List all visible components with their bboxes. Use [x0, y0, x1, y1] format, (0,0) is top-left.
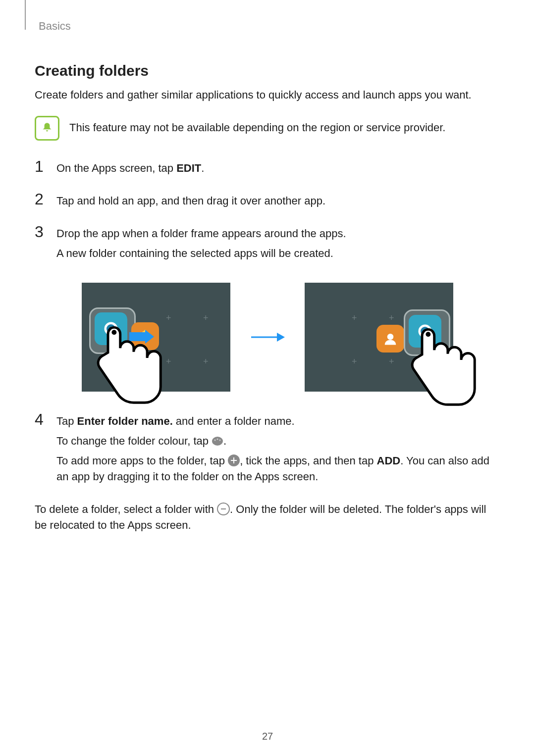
step-3-text-b: A new folder containing the selected app… [56, 246, 500, 261]
step-3: Drop the app when a folder frame appears… [35, 226, 500, 265]
step-1: On the Apps screen, tap EDIT. [35, 160, 500, 180]
grid-placeholder-icon: + [389, 313, 394, 322]
figure-panel-after: + + + + + [305, 283, 453, 392]
svg-point-5 [387, 334, 394, 340]
svg-rect-14 [221, 508, 226, 509]
camera-app-icon [409, 315, 441, 348]
step-4-enter-folder-name: Enter folder name. [77, 415, 173, 427]
steps-list: On the Apps screen, tap EDIT. Tap and ho… [35, 160, 500, 265]
step-4-add-pre: To add more apps to the folder, tap [56, 454, 228, 467]
step-1-edit-label: EDIT [176, 162, 201, 174]
step-4-text-c: and enter a folder name. [173, 415, 295, 427]
grid-placeholder-icon: + [389, 357, 394, 366]
step-3-text-a: Drop the app when a folder frame appears… [56, 226, 500, 242]
figure-row: + + + + + + + [35, 283, 500, 392]
camera-app-icon [95, 312, 127, 345]
svg-point-11 [214, 439, 216, 441]
drag-arrow-icon [129, 330, 154, 344]
palette-icon [212, 435, 223, 447]
remove-minus-icon [217, 503, 230, 515]
svg-point-10 [212, 437, 223, 446]
svg-point-8 [423, 330, 427, 334]
grid-placeholder-icon: + [352, 357, 357, 366]
step-2-text: Tap and hold an app, and then drag it ov… [56, 193, 500, 209]
step-4-text-a: Tap [56, 415, 77, 427]
note-row: This feature may not be available depend… [35, 116, 500, 141]
page-number: 27 [0, 731, 535, 742]
grid-placeholder-icon: + [166, 357, 171, 366]
header-rule [25, 0, 26, 30]
trailing-paragraph: To delete a folder, select a folder with… [35, 502, 500, 533]
svg-point-13 [219, 439, 221, 441]
step-1-text-a: On the Apps screen, tap [56, 162, 176, 174]
grid-placeholder-icon: + [203, 313, 209, 322]
step-2: Tap and hold an app, and then drag it ov… [35, 193, 500, 213]
step-1-text-c: . [201, 162, 204, 174]
step-4-colour-pre: To change the folder colour, tap [56, 435, 212, 447]
note-bell-icon [35, 116, 59, 141]
step-4-colour-post: . [223, 435, 226, 447]
transition-arrow-icon [250, 331, 285, 343]
add-plus-icon [228, 454, 240, 466]
breadcrumb: Basics [39, 20, 500, 33]
gallery-app-icon [376, 325, 404, 353]
svg-point-2 [109, 327, 113, 331]
intro-text: Create folders and gather similar applic… [35, 87, 500, 103]
trailing-pre: To delete a folder, select a folder with [35, 503, 217, 515]
step-4-add-label: ADD [377, 454, 401, 467]
step-4-add-mid: , tick the apps, and then tap [240, 454, 376, 467]
step-4: Tap Enter folder name. and enter a folde… [35, 413, 500, 489]
figure-panel-before: + + + + [82, 283, 230, 392]
note-text: This feature may not be available depend… [69, 120, 445, 136]
grid-placeholder-icon: + [352, 313, 357, 322]
steps-list-continued: Tap Enter folder name. and enter a folde… [35, 413, 500, 489]
grid-placeholder-icon: + [203, 357, 209, 366]
svg-point-12 [217, 438, 218, 440]
grid-placeholder-icon: + [166, 313, 171, 322]
section-title: Creating folders [35, 62, 500, 79]
